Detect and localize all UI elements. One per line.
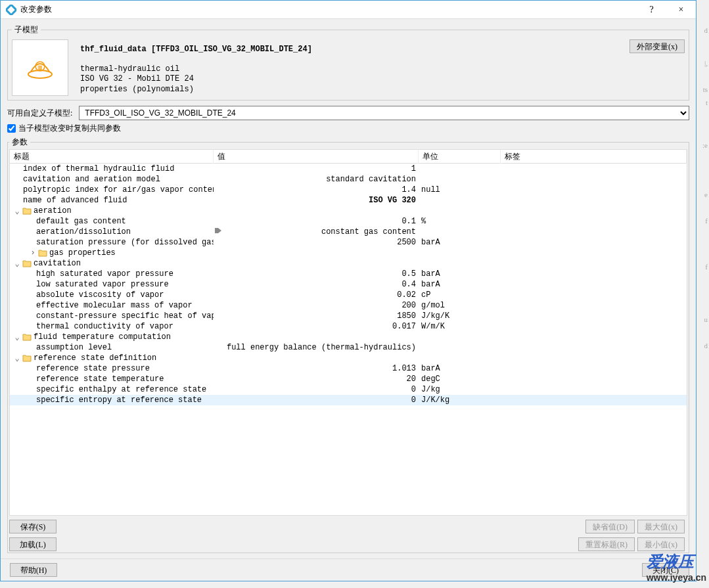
available-submodel-select[interactable]: TFFD3_OIL_ISO_VG_32_MOBIL_DTE_24	[79, 106, 689, 120]
row-value[interactable]: ISO VG 320	[214, 196, 419, 205]
params-group: 参数 标题 值 单位 标签 index of thermal hydraulic…	[7, 137, 689, 553]
row-unit[interactable]: barA	[419, 269, 501, 279]
save-button[interactable]: 保存(S)	[9, 520, 57, 533]
row-unit[interactable]: W/m/K	[419, 322, 501, 331]
tree-param-p-cavmodel[interactable]: cavitation and aeration modelstandard ca…	[10, 174, 687, 185]
row-value[interactable]: 20	[214, 374, 419, 384]
copy-params-checkbox[interactable]	[7, 124, 16, 133]
available-submodel-row: 可用自定义子模型: TFFD3_OIL_ISO_VG_32_MOBIL_DTE_…	[7, 106, 689, 120]
max-button[interactable]: 最大值(x)	[637, 520, 685, 533]
tree-param-p-assump[interactable]: assumption levelfull energy balance (the…	[10, 342, 687, 353]
chevron-down-icon[interactable]: ⌄	[12, 259, 22, 269]
help-footer-button[interactable]: 帮助(H)	[10, 563, 57, 577]
submodel-title: thf_fluid_data [TFFD3_OIL_ISO_VG_32_MOBI…	[80, 45, 629, 55]
row-title: cavitation	[34, 259, 81, 268]
chevron-right-icon[interactable]: ›	[28, 248, 37, 258]
params-button-row-1: 保存(S) 缺省值(D) 最大值(x)	[9, 520, 687, 533]
row-value[interactable]: 1	[214, 164, 419, 173]
row-value[interactable]: 1.4	[214, 185, 419, 194]
dialog-window: 改变参数 ? × 子模型 ▦ thf_fluid_data [TFFD3_OIL…	[0, 0, 697, 581]
tree-param-p-hsvp[interactable]: high saturated vapor pressure0.5barA	[10, 269, 687, 279]
tree-group-g-rsd[interactable]: ⌄reference state definition	[10, 353, 687, 363]
tree-param-p-rst[interactable]: reference state temperature20degC	[10, 374, 687, 384]
help-button[interactable]: ?	[637, 1, 666, 19]
chevron-down-icon[interactable]: ⌄	[12, 206, 22, 216]
row-value[interactable]: 0	[214, 385, 419, 394]
tree-param-p-lsvp[interactable]: low saturated vapor pressure0.4barA	[10, 279, 687, 290]
row-unit[interactable]: J/kg	[419, 385, 501, 394]
tree-param-p-sent[interactable]: specific entropy at reference state0J/K/…	[10, 395, 687, 405]
row-unit[interactable]: null	[419, 185, 501, 194]
row-value[interactable]: 0	[214, 396, 419, 405]
row-title: default gas content	[36, 217, 126, 226]
row-title: gas properties	[49, 248, 116, 258]
row-title: specific entropy at reference state	[36, 396, 202, 405]
row-value[interactable]: 200	[214, 301, 419, 310]
row-value[interactable]: 0.017	[214, 322, 419, 331]
tree-param-p-emm[interactable]: effective molecular mass of vapor200g/mo…	[10, 300, 687, 311]
row-title: specific enthalpy at reference state	[36, 385, 206, 394]
tree-group-g-cav[interactable]: ⌄cavitation	[10, 258, 687, 269]
submodel-info: thf_fluid_data [TFFD3_OIL_ISO_VG_32_MOBI…	[80, 39, 629, 95]
dialog-content: 子模型 ▦ thf_fluid_data [TFFD3_OIL_ISO_VG_3…	[1, 19, 696, 558]
tree-group-g-ftc[interactable]: ⌄fluid temperature computation	[10, 332, 687, 342]
tree-param-p-avv[interactable]: absolute viscosity of vapor0.02cP	[10, 290, 687, 300]
row-title: cavitation and aeration model	[23, 175, 160, 184]
row-unit[interactable]: barA	[419, 238, 501, 247]
row-value[interactable]: 0.1	[214, 217, 419, 226]
tree-group-g-gasprop[interactable]: ›gas properties	[10, 248, 687, 258]
available-submodel-label: 可用自定义子模型:	[7, 108, 72, 119]
row-unit[interactable]: J/kg/K	[419, 311, 501, 321]
row-title: index of thermal hydraulic fluid	[23, 164, 174, 173]
row-unit[interactable]: degC	[419, 374, 501, 384]
load-button[interactable]: 加载(L)	[9, 537, 57, 551]
row-unit[interactable]: %	[419, 217, 501, 226]
tree-param-p-rsp[interactable]: reference state pressure1.013barA	[10, 363, 687, 374]
tree-param-p-aerdiss[interactable]: aeration/dissolutionconstant gas content	[10, 227, 687, 237]
row-title: reference state temperature	[36, 374, 164, 384]
row-value[interactable]: 1.013	[214, 364, 419, 373]
tree-param-p-polyidx[interactable]: polytropic index for air/gas vapor conte…	[10, 185, 687, 195]
row-title: assumption level	[36, 343, 112, 352]
header-unit[interactable]: 单位	[419, 150, 501, 164]
tree-param-p-sen[interactable]: specific enthalpy at reference state0J/k…	[10, 384, 687, 395]
chevron-down-icon[interactable]: ⌄	[12, 353, 22, 363]
header-value[interactable]: 值	[214, 150, 419, 164]
row-value[interactable]: full energy balance (thermal-hydraulics)	[214, 343, 419, 352]
row-value[interactable]: 0.4	[214, 280, 419, 289]
tree-param-p-index[interactable]: index of thermal hydraulic fluid1	[10, 164, 687, 174]
default-button[interactable]: 缺省值(D)	[585, 520, 635, 533]
row-unit[interactable]: g/mol	[419, 301, 501, 310]
tree-param-p-advfluid[interactable]: name of advanced fluidISO VG 320	[10, 195, 687, 206]
row-unit[interactable]: J/K/kg	[419, 396, 501, 405]
row-value[interactable]: 0.5	[214, 269, 419, 279]
folder-icon	[22, 260, 32, 267]
submodel-desc-3: properties (polynomials)	[80, 85, 629, 95]
chevron-down-icon[interactable]: ⌄	[12, 332, 22, 342]
row-value[interactable]: 2500	[214, 238, 419, 247]
tree-param-p-tcv[interactable]: thermal conductivity of vapor0.017W/m/K	[10, 321, 687, 332]
tree-param-p-gas[interactable]: default gas content0.1%	[10, 216, 687, 227]
row-value[interactable]: standard cavitation	[214, 175, 419, 184]
header-title[interactable]: 标题	[10, 150, 214, 164]
row-value[interactable]: constant gas content	[214, 227, 419, 237]
row-value[interactable]: 0.02	[214, 290, 419, 300]
reset-title-button[interactable]: 重置标题(R)	[578, 537, 635, 551]
row-unit[interactable]: barA	[419, 364, 501, 373]
row-title: absolute viscosity of vapor	[36, 290, 164, 300]
row-title: constant-pressure specific heat of vapor	[36, 311, 214, 321]
row-unit[interactable]: cP	[419, 290, 501, 300]
tree-param-p-cpsh[interactable]: constant-pressure specific heat of vapor…	[10, 311, 687, 321]
row-unit[interactable]: barA	[419, 280, 501, 289]
tree-param-p-satpress[interactable]: saturation pressure (for dissolved gas)2…	[10, 237, 687, 248]
row-title: aeration	[34, 206, 72, 215]
close-button[interactable]: ×	[666, 1, 696, 19]
external-variables-button[interactable]: 外部变量(x)	[629, 39, 685, 53]
header-tag[interactable]: 标签	[501, 150, 687, 164]
row-title: aeration/dissolution	[36, 227, 131, 237]
tree-group-g-aeration[interactable]: ⌄aeration	[10, 206, 687, 216]
row-title: high saturated vapor pressure	[36, 269, 173, 279]
row-value[interactable]: 1850	[214, 311, 419, 321]
params-tree[interactable]: index of thermal hydraulic fluid1cavitat…	[9, 164, 687, 516]
min-button[interactable]: 最小值(x)	[637, 537, 685, 551]
